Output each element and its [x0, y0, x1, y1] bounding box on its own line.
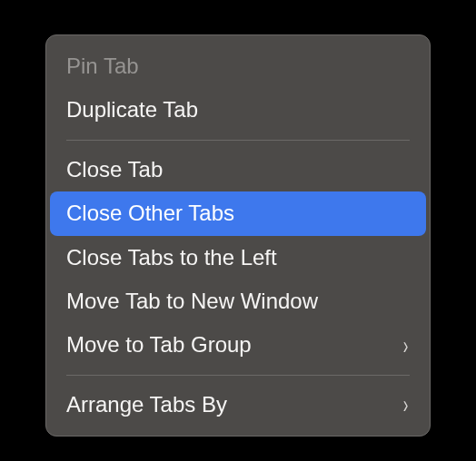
- menu-item-pin-tab: Pin Tab: [46, 44, 430, 88]
- menu-item-move-to-new-window[interactable]: Move Tab to New Window: [46, 280, 430, 323]
- menu-item-close-tabs-left[interactable]: Close Tabs to the Left: [46, 236, 430, 280]
- chevron-right-icon: ›: [403, 333, 409, 358]
- menu-item-close-other-tabs[interactable]: Close Other Tabs: [50, 191, 426, 235]
- menu-label: Move to Tab Group: [66, 330, 252, 359]
- menu-divider: [66, 375, 410, 376]
- menu-item-close-tab[interactable]: Close Tab: [46, 148, 430, 191]
- menu-label: Close Other Tabs: [66, 199, 234, 228]
- menu-item-arrange-tabs-by[interactable]: Arrange Tabs By ›: [46, 383, 430, 427]
- menu-label: Close Tab: [66, 155, 163, 184]
- menu-divider: [66, 140, 410, 141]
- menu-label: Arrange Tabs By: [66, 390, 227, 419]
- menu-label: Move Tab to New Window: [66, 287, 318, 316]
- tab-context-menu: Pin Tab Duplicate Tab Close Tab Close Ot…: [45, 34, 431, 436]
- chevron-right-icon: ›: [403, 392, 409, 417]
- menu-item-duplicate-tab[interactable]: Duplicate Tab: [46, 88, 430, 132]
- menu-label: Close Tabs to the Left: [66, 243, 277, 272]
- menu-item-move-to-tab-group[interactable]: Move to Tab Group ›: [46, 323, 430, 367]
- menu-label: Duplicate Tab: [66, 95, 198, 124]
- menu-label: Pin Tab: [66, 52, 139, 81]
